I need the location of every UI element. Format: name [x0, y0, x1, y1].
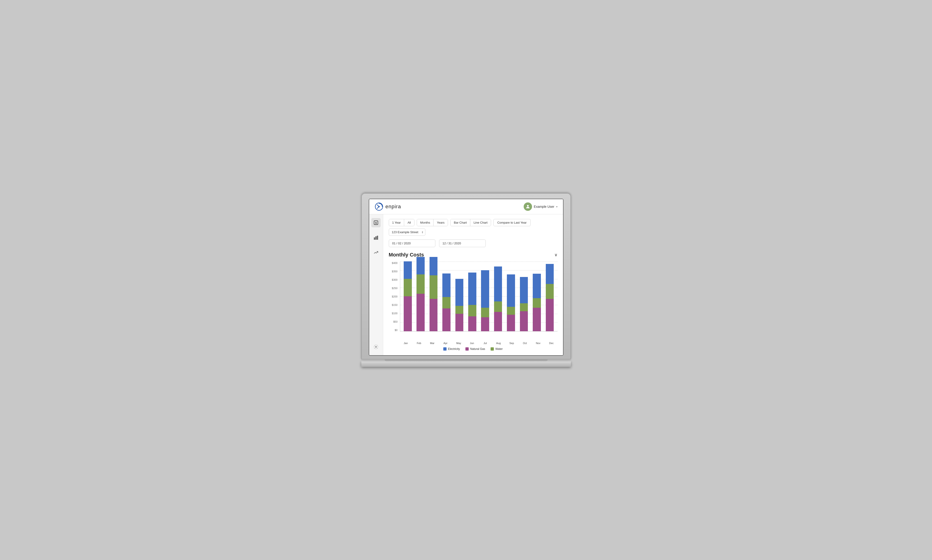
- bar-group: [402, 262, 414, 331]
- bar-segment-water: [417, 274, 424, 294]
- legend-label: Natural Gas: [470, 347, 485, 351]
- bar-stack: [533, 274, 541, 331]
- bar-segment-natural-gas: [404, 296, 412, 331]
- y-axis-label: $100: [389, 312, 399, 315]
- bar-segment-water: [520, 303, 528, 311]
- sidebar-item-trend[interactable]: [371, 248, 381, 257]
- bar-segment-electricity: [533, 274, 541, 298]
- x-axis-label: Jul: [479, 342, 491, 345]
- collapse-button[interactable]: ∨: [554, 252, 557, 257]
- end-date-input[interactable]: [439, 240, 486, 247]
- bar-segment-natural-gas: [494, 312, 502, 331]
- bar-segment-natural-gas: [429, 299, 438, 331]
- legend-label: Electricity: [448, 347, 460, 351]
- chart-type-button-group: Bar Chart Line Chart: [450, 219, 491, 226]
- period-1year-button[interactable]: 1 Year: [389, 219, 404, 226]
- bar-segment-electricity: [481, 270, 489, 308]
- address-select[interactable]: 123 Example Street: [389, 229, 425, 236]
- bars-container: [400, 262, 557, 331]
- bar-segment-natural-gas: [481, 317, 489, 331]
- main-content: 1 Year All Months Years Bar Chart Line C…: [383, 214, 563, 355]
- legend-color-swatch: [491, 347, 494, 351]
- bar-segment-natural-gas: [546, 299, 554, 331]
- x-axis-label: Jan: [400, 342, 412, 345]
- y-axis-label: $250: [389, 287, 399, 289]
- y-axis-label: $300: [389, 278, 399, 281]
- bar-group: [544, 262, 555, 331]
- x-axis-label: Jun: [466, 342, 478, 345]
- bar-segment-electricity: [455, 279, 464, 306]
- bar-group: [454, 262, 465, 331]
- sidebar-item-costs[interactable]: $: [371, 218, 381, 227]
- user-menu[interactable]: Example User ▾: [524, 202, 557, 211]
- bar-segment-water: [533, 298, 541, 308]
- svg-point-1: [378, 206, 380, 207]
- bar-segment-electricity: [404, 262, 412, 279]
- dollar-icon: $: [374, 220, 378, 225]
- sidebar-item-settings[interactable]: [371, 342, 381, 352]
- legend-color-swatch: [465, 347, 469, 351]
- bar-segment-water: [442, 297, 451, 308]
- bar-segment-electricity: [429, 257, 438, 275]
- user-name-label: Example User: [534, 205, 554, 208]
- bar-group: [441, 262, 452, 331]
- user-avatar: [524, 202, 532, 211]
- x-axis-label: Dec: [546, 342, 557, 345]
- laptop-frame: enpira Example User ▾: [361, 193, 571, 367]
- bar-segment-natural-gas: [533, 308, 541, 331]
- bar-segment-electricity: [546, 264, 554, 284]
- bar-segment-natural-gas: [417, 294, 424, 331]
- legend-item: Water: [491, 347, 503, 351]
- bar-segment-water: [468, 305, 476, 316]
- bar-segment-electricity: [507, 274, 515, 307]
- bar-segment-natural-gas: [468, 316, 476, 331]
- chart-bar-button[interactable]: Bar Chart: [451, 219, 470, 226]
- compare-button[interactable]: Compare to Last Year: [494, 219, 531, 226]
- bar-segment-water: [481, 308, 489, 317]
- bar-segment-water: [546, 284, 554, 299]
- view-years-button[interactable]: Years: [434, 219, 448, 226]
- y-axis-label: $50: [389, 320, 399, 323]
- y-axis-label: $350: [389, 270, 399, 273]
- x-axis-label: Nov: [532, 342, 544, 345]
- bar-group: [518, 262, 529, 331]
- trend-icon: [374, 250, 378, 255]
- bar-stack: [481, 270, 489, 331]
- logo-text: enpira: [386, 204, 401, 210]
- bar-segment-electricity: [442, 274, 451, 297]
- bar-stack: [442, 274, 451, 331]
- enpira-logo-icon: [375, 202, 383, 211]
- bar-stack: [429, 257, 438, 331]
- controls-row: 1 Year All Months Years Bar Chart Line C…: [389, 219, 557, 236]
- body-area: $: [369, 214, 563, 355]
- bar-group: [505, 262, 517, 331]
- legend-label: Water: [495, 347, 503, 351]
- y-axis: $0$50$100$150$200$250$300$350$400: [389, 262, 399, 331]
- x-axis-label: Aug: [492, 342, 504, 345]
- chart-line-button[interactable]: Line Chart: [470, 219, 491, 226]
- y-axis-label: $200: [389, 295, 399, 298]
- bar-chart-icon: [374, 235, 378, 240]
- laptop-screen: enpira Example User ▾: [369, 199, 563, 356]
- bar-group: [467, 262, 478, 331]
- legend-item: Natural Gas: [465, 347, 485, 351]
- bar-stack: [417, 257, 424, 331]
- bar-segment-water: [494, 302, 502, 312]
- y-axis-label: $150: [389, 303, 399, 306]
- bar-stack: [494, 266, 502, 331]
- bar-segment-natural-gas: [520, 311, 528, 331]
- period-all-button[interactable]: All: [404, 219, 414, 226]
- svg-point-2: [527, 205, 529, 207]
- x-axis-label: Feb: [413, 342, 425, 345]
- laptop-hinge: [384, 360, 548, 361]
- start-date-input[interactable]: [389, 240, 435, 247]
- bar-stack: [468, 272, 476, 331]
- x-axis-label: Apr: [440, 342, 451, 345]
- svg-rect-7: [377, 236, 378, 240]
- bar-segment-electricity: [468, 272, 476, 305]
- bar-segment-water: [429, 275, 438, 299]
- screen-bezel: enpira Example User ▾: [361, 193, 571, 360]
- user-menu-chevron: ▾: [556, 205, 557, 208]
- view-months-button[interactable]: Months: [417, 219, 434, 226]
- sidebar-item-barchart[interactable]: [371, 233, 381, 242]
